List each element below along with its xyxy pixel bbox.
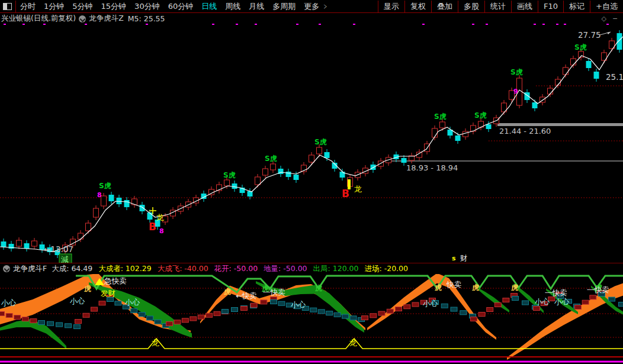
sub-indicator-chart[interactable]: 虎虎虎虎虎虎虎虎急快卖发财←快卖一快卖快卖一快卖一快卖小心小心小心小心小心小心小… [0,274,623,364]
toolbar-button-显示[interactable]: 显示 [378,1,404,12]
top-zigzag-signal-line [76,276,623,292]
period-tab-多周期[interactable]: 多周期 [268,1,300,12]
collapse-main-indicator-icon[interactable] [79,15,86,22]
indicator-text-label: 发财 [101,289,115,298]
period-tab-60分钟[interactable]: 60分钟 [164,1,198,12]
red-step-bar [6,314,12,318]
tiger-label: 虎 [471,284,479,292]
period-tab-5分钟[interactable]: 5分钟 [68,1,97,12]
top-signal-dot [422,24,425,25]
period-tab-分时[interactable]: 分时 [16,1,40,12]
high-price-label: 27.75 [578,30,601,40]
red-step-bar [75,320,82,324]
red-step-bar [479,313,485,317]
red-step-bar [396,307,402,311]
red-step-bar [494,303,501,307]
toolbar-button-F10[interactable]: F10 [538,2,563,11]
red-step-bar [14,315,21,320]
indicator-value-大成者: 大成者: 102.29 [98,264,151,273]
toolbar-button-统计[interactable]: 统计 [485,1,511,12]
red-step-bar [166,322,173,326]
red-step-bar [0,312,5,316]
top-signal-dot [236,24,238,25]
period-tab-1分钟[interactable]: 1分钟 [40,1,68,12]
teal-step-bar [512,297,519,301]
main-candlestick-chart[interactable]: 21.44 - 21.6018.93 - 18.94S虎S虎S虎S虎S虎S虎S虎… [0,24,623,263]
tiger-buy-mark: S虎 [574,43,587,51]
red-step-bar [412,302,419,307]
toolbar-button-画线[interactable]: 画线 [512,1,538,12]
digit-signal-mark: 8 [97,191,102,199]
sub-indicator-values: 大成: 64.49大成者: 102.29大成飞: -40.00花开: -50.0… [52,264,414,274]
toolbar-button-叠加[interactable]: 叠加 [432,1,458,12]
teal-step-bar [56,323,63,327]
period-tab-更多 ﹥[interactable]: 更多 ﹥ [300,1,333,12]
resistance-zone-label: 21.44 - 21.60 [499,127,551,136]
candle-down [594,72,599,79]
tiger-buy-mark: S虎 [265,154,277,163]
low-price-label: ←13.07 [44,244,73,254]
stock-title: 兴业银锡(日线.前复权) [1,14,76,24]
dragon-mark: 龙 [156,213,164,222]
red-step-bar [174,320,181,324]
red-step-bar [241,307,248,311]
tiger-label: 虎 [510,284,518,292]
sub-indicator-header: 龙争虎斗F 大成: 64.49大成者: 102.29大成飞: -40.00花开:… [0,264,623,273]
candle-up [32,241,37,246]
digit-signal-mark: 9 [513,88,518,95]
period-tab-周线[interactable]: 周线 [221,1,245,12]
teal-step-bar [38,321,45,325]
candle-up [86,223,91,231]
indicator-value-地量: 地量: -50.00 [264,264,307,273]
dragon-bottom-label: 龙 [152,339,159,347]
toolbar-button-多股[interactable]: 多股 [458,1,484,12]
teal-step-bar [74,325,81,329]
period-tab-30分钟[interactable]: 30分钟 [130,1,164,12]
reduce-signal-text: 減 [61,255,69,263]
red-step-bar [590,295,596,299]
teal-step-bar [147,316,153,320]
top-signal-dot [85,24,87,25]
period-tab-月线[interactable]: 月线 [245,1,268,12]
top-signal-dot [534,24,536,25]
candle-up [317,147,322,154]
period-tabs: 分时1分钟5分钟15分钟30分钟60分钟日线周线月线多周期更多 ﹥ [16,0,333,12]
candle-up [563,67,569,75]
candle-down [1,241,7,247]
teal-step-bar [609,297,615,301]
candle-down [124,200,130,207]
indicator-text-label: 小心 [70,297,85,305]
candle-down [486,124,492,129]
pane-corner-icons[interactable]: ◇ ─ [601,15,619,22]
teal-step-bar [451,307,457,311]
candle-up [101,196,107,206]
red-step-bar [190,317,197,321]
top-signal-dot [486,24,488,25]
window-layout-icon[interactable] [3,3,12,10]
collapse-sub-indicator-icon[interactable] [3,265,10,272]
tiger-buy-mark: S虎 [99,182,111,190]
toolbar-button-标记[interactable]: 标记 [564,1,590,12]
red-step-bar [534,307,540,311]
teal-step-bar [131,308,137,313]
red-step-bar [99,301,105,305]
toolbar-button-复权[interactable]: 复权 [405,1,431,12]
candle-up [263,169,268,175]
teal-step-bar [460,311,467,315]
toolbar-button-+自选[interactable]: +自选 [590,1,623,12]
teal-step-bar [441,304,448,308]
red-step-bar [182,318,188,323]
dragon-bottom-label: 龙 [349,339,357,347]
top-signal-dot [296,24,298,25]
candle-down [294,175,299,180]
support-zone-label: 18.93 - 18.94 [406,163,458,172]
period-tab-日线[interactable]: 日线 [197,1,221,12]
ma5-line [0,37,623,252]
indicator-text-label: 快卖 [446,280,462,289]
indicator-text-label: 小心 [423,299,438,308]
main-indicator-label: 龙争虎斗Z [89,14,124,24]
tiger-buy-mark: S虎 [434,112,447,121]
candle-down [455,136,461,141]
period-tab-15分钟[interactable]: 15分钟 [97,1,131,12]
teal-step-bar [522,301,529,305]
